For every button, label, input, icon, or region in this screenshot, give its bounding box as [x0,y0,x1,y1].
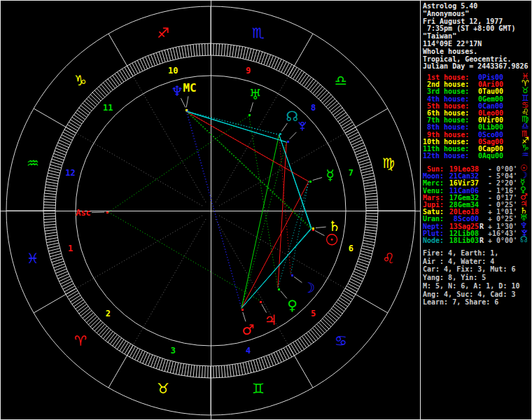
planet-glyph-icon: ☊ [520,236,528,243]
degree-tick [219,43,220,55]
sign-scorpio-icon: ♏ [252,24,265,41]
degree-tick [101,85,108,94]
aspect-node-mars [241,134,279,308]
header-line: "Taiwan" [423,33,456,40]
mercury-dot [309,181,312,183]
degree-tick [364,238,376,240]
degree-tick [338,300,348,307]
degree-tick [365,224,377,225]
degree-tick [44,227,56,228]
degree-tick [221,365,222,377]
degree-tick [365,196,377,197]
degree-tick [364,181,376,183]
aspect-pluto-mars [241,142,286,308]
sign-gemini-icon: ♊ [252,380,265,397]
degree-tick [295,71,302,80]
degree-tick [360,253,371,257]
degree-tick [256,359,260,370]
degree-tick [69,293,78,300]
mars-dot [241,309,244,311]
degree-tick [307,79,314,88]
degree-tick [302,76,309,85]
jupiter-dot [260,301,262,303]
degree-tick [77,110,87,117]
degree-tick [330,311,339,318]
tally-line: Car: 4, Fix: 3, Mut: 6 [423,266,515,273]
tally-line: M: 5, N: 6, A: 1, D: 10 [423,283,519,290]
degree-tick [221,44,222,56]
planet-label: Node: [423,237,444,244]
degree-tick [205,366,206,378]
degree-tick [346,286,357,292]
degree-tick [181,46,183,58]
degree-tick [279,60,284,71]
house-number: 10 [168,66,178,76]
degree-tick [120,71,126,80]
aspect-neptune-mars [187,111,241,308]
degree-tick [359,162,370,165]
degree-tick [77,304,87,312]
degree-tick [60,279,71,284]
degree-tick [243,47,246,59]
degree-tick [49,167,60,170]
degree-tick [224,365,225,377]
degree-tick [321,321,329,329]
planet-pointer [316,227,326,227]
degree-tick [348,132,358,138]
degree-tick [64,286,75,292]
degree-tick [134,349,140,360]
degree-tick [360,167,372,170]
degree-tick [173,362,176,374]
degree-tick [230,45,231,57]
degree-tick [176,47,178,59]
tally-line: Ang: 4, Suc: 4, Cad: 3 [423,291,515,298]
planet-pointer [315,231,324,236]
header-line: "Anonymous" [423,10,469,18]
degree-tick [342,293,352,300]
degree-tick [293,69,300,78]
degree-tick [76,302,85,309]
degree-tick [122,69,128,78]
degree-tick [80,309,90,316]
astrolog-window: 123456789101112♈♉♊♋♌♍♎♏♐♑♒♓☽☿♀♂♃♄♅♆☊MCAs… [0,0,532,420]
degree-tick [365,227,377,228]
header-line: Astrolog 5.40 [423,3,477,10]
degree-tick [164,360,168,371]
degree-tick [173,48,176,59]
degree-tick [302,337,309,346]
degree-tick [164,50,168,61]
info-panel: Astrolog 5.40"Anonymous"Fri August 12, 1… [420,1,532,420]
degree-tick [79,307,88,314]
degree-tick [232,45,234,57]
degree-tick [60,137,71,142]
degree-tick [94,323,103,331]
house-cusp-value: 0Tau00 [478,88,503,95]
degree-tick [43,216,55,217]
degree-tick [49,251,60,253]
planet-row: Node:18Lib03R+ 0°00'☊ [423,237,444,244]
degree-tick [337,302,346,309]
degree-tick [108,79,115,88]
degree-tick [46,238,58,240]
degree-tick [227,365,228,377]
degree-tick [79,108,88,115]
degree-tick [365,199,377,200]
degree-tick [83,103,92,111]
saturn-glyph-icon: ♄ [328,218,341,234]
degree-tick [67,125,78,131]
degree-tick [86,99,95,106]
degree-tick [43,205,55,206]
tally-line: Learn: 7, Share: 6 [423,299,498,306]
header-line: Whole houses. [423,48,477,55]
degree-tick [362,173,374,176]
degree-tick [246,362,248,374]
degree-tick [366,202,378,202]
planet-pointer [290,132,297,139]
aspect-mercury-mars [241,181,309,308]
house-number: 1 [68,244,73,253]
venus-dot [278,288,280,290]
neptune-glyph-icon: ♆ [171,83,183,99]
degree-tick [318,323,327,331]
degree-tick [63,284,74,289]
sign-leo-icon: ♌ [382,250,395,267]
